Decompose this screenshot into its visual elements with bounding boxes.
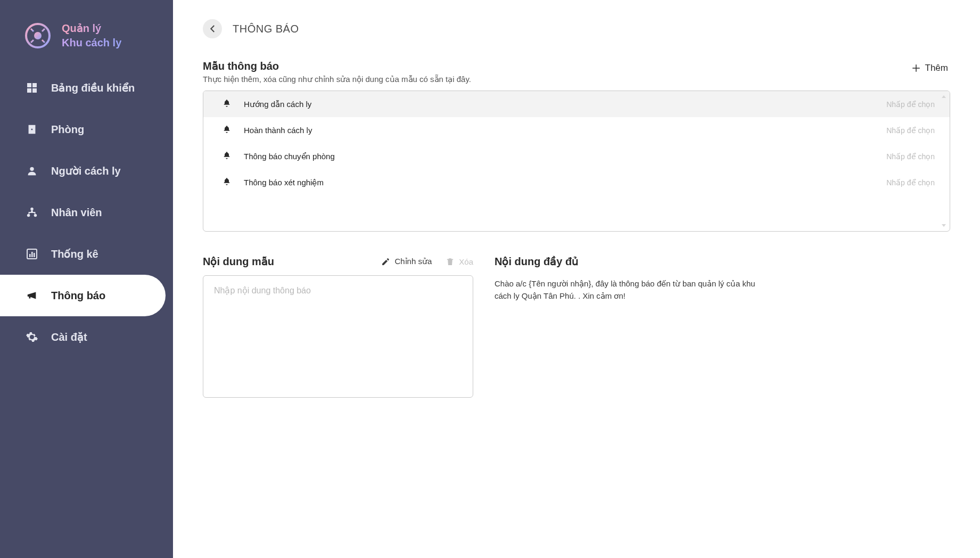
svg-rect-12 [27, 88, 31, 93]
dashboard-icon [24, 81, 39, 95]
delete-button[interactable]: Xóa [446, 257, 473, 266]
svg-rect-11 [32, 83, 37, 87]
bell-icon [223, 151, 231, 162]
sidebar-item-stats[interactable]: Thống kê [0, 233, 173, 275]
svg-point-16 [27, 214, 30, 217]
template-row[interactable]: Thông báo xét nghiệm Nhấp để chọn [203, 169, 950, 195]
virus-icon [23, 21, 52, 50]
templates-header: Mẫu thông báo Thực hiện thêm, xóa cũng n… [203, 60, 950, 84]
svg-rect-13 [32, 88, 37, 93]
megaphone-icon [24, 289, 39, 302]
sidebar-item-settings[interactable]: Cài đặt [0, 316, 173, 358]
nav-label: Thống kê [51, 248, 98, 260]
template-row[interactable]: Thông báo chuyển phòng Nhấp để chọn [203, 143, 950, 169]
preview-column: Nội dung đầy đủ Chào a/c {Tên người nhận… [495, 255, 950, 302]
sidebar-item-people[interactable]: Người cách ly [0, 150, 173, 192]
sidebar: Quản lý Khu cách ly Bảng điều khiển Phòn… [0, 0, 173, 558]
nav-label: Bảng điều khiển [51, 81, 135, 94]
nav-label: Cài đặt [51, 331, 87, 343]
page-header: THÔNG BÁO [203, 19, 950, 38]
template-label: Thông báo xét nghiệm [244, 178, 324, 187]
select-hint: Nhấp để chọn [886, 152, 935, 161]
svg-rect-10 [27, 83, 31, 87]
svg-line-9 [31, 40, 34, 43]
nav: Bảng điều khiển Phòng Người cách ly Nhân… [0, 67, 173, 358]
sidebar-item-notifications[interactable]: Thông báo [0, 275, 166, 316]
brand-text: Quản lý Khu cách ly [62, 21, 121, 50]
svg-point-15 [30, 208, 34, 211]
person-icon [24, 164, 39, 178]
content-textarea[interactable] [203, 275, 473, 398]
brand: Quản lý Khu cách ly [0, 15, 173, 67]
svg-point-14 [30, 167, 34, 171]
nav-label: Nhân viên [51, 207, 102, 219]
template-row[interactable]: Hướng dẫn cách ly Nhấp để chọn [203, 91, 950, 117]
nav-label: Phòng [51, 124, 84, 136]
template-list: Hướng dẫn cách ly Nhấp để chọn Hoàn thàn… [203, 91, 950, 232]
svg-rect-19 [29, 254, 31, 257]
page-title: THÔNG BÁO [233, 23, 299, 35]
add-label: Thêm [925, 63, 948, 73]
select-hint: Nhấp để chọn [886, 126, 935, 135]
org-icon [24, 206, 39, 219]
editor-column: Nội dung mẫu Chỉnh sửa Xóa [203, 255, 473, 400]
preview-body: Chào a/c {Tên người nhận}, đây là thông … [495, 277, 771, 302]
template-label: Thông báo chuyển phòng [244, 152, 335, 161]
chart-icon [24, 247, 39, 261]
select-hint: Nhấp để chọn [886, 100, 935, 109]
scroll-up-icon[interactable] [940, 93, 948, 101]
bell-icon [223, 125, 231, 136]
scroll-down-icon[interactable] [940, 221, 948, 229]
sidebar-item-dashboard[interactable]: Bảng điều khiển [0, 67, 173, 109]
nav-label: Người cách ly [51, 165, 121, 177]
gear-icon [24, 330, 39, 344]
brand-line1: Quản lý [62, 21, 121, 36]
svg-rect-21 [34, 253, 35, 257]
select-hint: Nhấp để chọn [886, 178, 935, 187]
editor-title: Nội dung mẫu [203, 255, 274, 268]
add-template-button[interactable]: Thêm [909, 60, 950, 77]
template-label: Hoàn thành cách ly [244, 126, 312, 135]
svg-point-1 [34, 32, 42, 39]
main: THÔNG BÁO Mẫu thông báo Thực hiện thêm, … [173, 0, 980, 558]
bell-icon [223, 99, 231, 110]
svg-line-7 [42, 40, 45, 43]
sidebar-item-rooms[interactable]: Phòng [0, 109, 173, 150]
nav-label: Thông báo [51, 290, 105, 302]
edit-button[interactable]: Chỉnh sửa [381, 257, 432, 266]
bell-icon [223, 177, 231, 188]
preview-title: Nội dung đầy đủ [495, 255, 950, 268]
svg-line-6 [31, 29, 34, 31]
svg-point-17 [34, 214, 37, 217]
svg-line-8 [42, 29, 45, 31]
back-button[interactable] [203, 19, 222, 38]
templates-title: Mẫu thông báo [203, 60, 471, 72]
template-label: Hướng dẫn cách ly [244, 100, 311, 109]
templates-subtitle: Thực hiện thêm, xóa cũng như chỉnh sửa n… [203, 75, 471, 84]
delete-label: Xóa [459, 257, 473, 266]
sidebar-item-staff[interactable]: Nhân viên [0, 192, 173, 233]
door-icon [24, 122, 39, 136]
brand-line2: Khu cách ly [62, 36, 121, 50]
edit-label: Chỉnh sửa [394, 257, 432, 266]
template-row[interactable]: Hoàn thành cách ly Nhấp để chọn [203, 117, 950, 143]
svg-rect-20 [31, 252, 33, 257]
